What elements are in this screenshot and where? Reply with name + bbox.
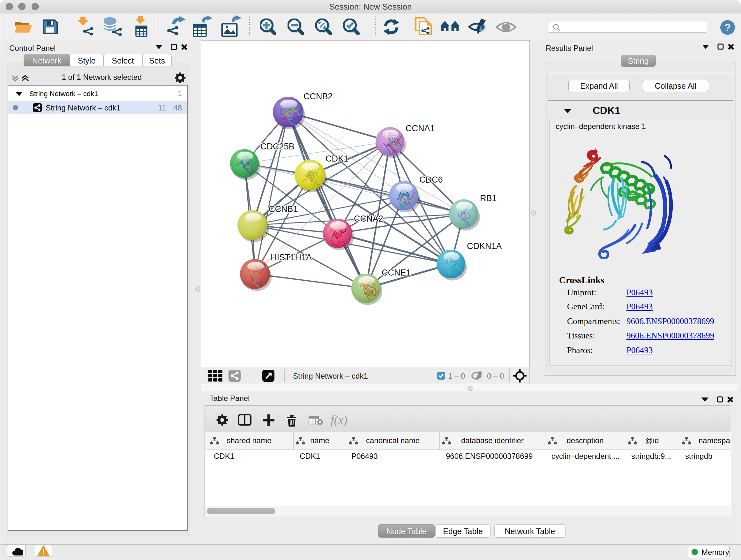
svg-text:CDKN1A: CDKN1A	[467, 241, 502, 251]
svg-text:CDC6: CDC6	[419, 175, 443, 185]
svg-text:CCNE1: CCNE1	[382, 268, 411, 277]
svg-text:RB1: RB1	[480, 193, 497, 203]
svg-text:CDC25B: CDC25B	[260, 142, 294, 151]
svg-text:HIST1H1A: HIST1H1A	[271, 253, 312, 262]
svg-text:CCNB1: CCNB1	[269, 204, 298, 214]
svg-text:CCNB2: CCNB2	[304, 91, 333, 101]
svg-text:CDK1: CDK1	[326, 154, 348, 164]
svg-text:CCNA1: CCNA1	[406, 124, 435, 133]
svg-text:CCNA2: CCNA2	[354, 214, 383, 224]
svg-text:?: ?	[724, 21, 731, 34]
